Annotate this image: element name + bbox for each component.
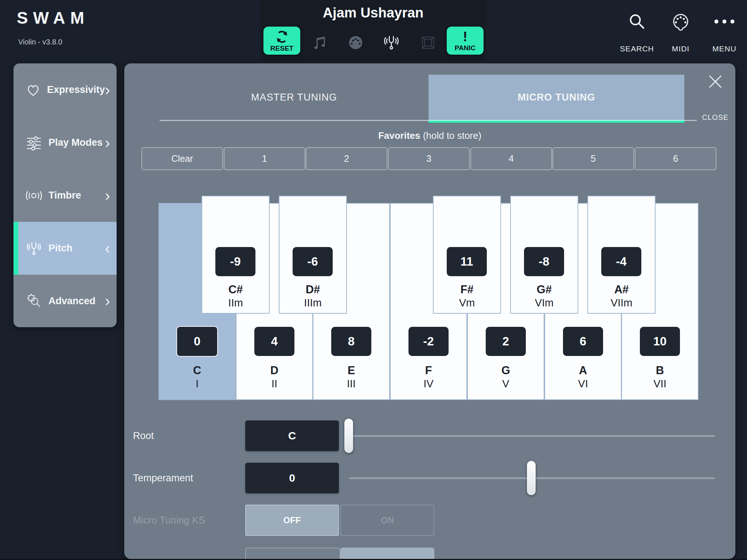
favorite-clear-button[interactable]: Clear <box>141 147 223 170</box>
tuning-value-badge: 2 <box>486 327 526 356</box>
favorite-label: 4 <box>509 153 514 164</box>
scale-degree: VI <box>545 378 621 390</box>
tuning-value-badge: -8 <box>524 247 564 276</box>
key-G-sharp[interactable]: -8 G# VIm <box>510 196 578 314</box>
panic-button[interactable]: ! PANIC <box>447 27 484 55</box>
favorite-1-button[interactable]: 1 <box>224 147 305 170</box>
pitch-tuning-panel: MASTER TUNING MICRO TUNING CLOSE Favorit… <box>124 63 735 559</box>
sidebar-label: Pitch <box>48 243 105 254</box>
key-C-sharp[interactable]: -9 C# IIm <box>202 196 270 314</box>
sidebar-label: Expressivity <box>47 84 105 95</box>
favorite-label: 5 <box>591 153 596 164</box>
note-name: G# <box>511 283 578 296</box>
favorite-5-button[interactable]: 5 <box>552 147 634 170</box>
note-name: A <box>545 364 621 377</box>
tuning-value-badge: 4 <box>254 327 294 356</box>
note-name: E <box>313 364 389 377</box>
favorites-title: Favorites (hold to store) <box>124 130 735 141</box>
tuning-fork-icon <box>23 240 45 257</box>
chevron-left-icon: ‹ <box>105 241 110 256</box>
sidebar-label: Timbre <box>48 190 105 201</box>
reset-button[interactable]: RESET <box>263 27 300 55</box>
chevron-right-icon: › <box>105 188 110 203</box>
midi-mapping-icon[interactable] <box>345 32 366 53</box>
temperament-value-box[interactable]: 0 <box>245 463 339 493</box>
scale-degree: III <box>313 378 389 390</box>
favorite-4-button[interactable]: 4 <box>470 147 552 170</box>
scale-degree: V <box>468 378 544 390</box>
tuning-fork-icon[interactable] <box>381 32 402 53</box>
sidebar: Expressivity › Play Modes › <box>13 63 117 327</box>
favorite-3-button[interactable]: 3 <box>388 147 470 170</box>
favorites-title-bold: Favorites <box>378 130 421 141</box>
root-value-box[interactable]: C <box>245 420 339 451</box>
panic-button-label: PANIC <box>455 44 476 51</box>
notes-page-icon[interactable] <box>309 32 330 53</box>
sidebar-item-play-modes[interactable]: Play Modes › <box>13 116 117 169</box>
search-button[interactable]: SEARCH <box>615 12 659 54</box>
sidebar-item-advanced[interactable]: Advanced › <box>13 275 117 327</box>
note-name: D# <box>279 283 346 296</box>
midi-din-icon <box>671 12 691 31</box>
sidebar-item-timbre[interactable]: Timbre › <box>13 169 117 222</box>
tuning-value-badge: 10 <box>640 327 680 356</box>
gear-magnifier-icon <box>23 292 45 310</box>
note-name: D <box>236 364 312 377</box>
tuning-value-badge: 6 <box>563 327 603 356</box>
menu-label: MENU <box>712 44 736 54</box>
midi-button[interactable]: MIDI <box>659 12 703 54</box>
favorites-hint: (hold to store) <box>420 130 481 141</box>
favorite-2-button[interactable]: 2 <box>306 147 387 170</box>
scale-degree: IIm <box>202 297 269 309</box>
resonance-icon <box>23 188 45 204</box>
chevron-right-icon: › <box>105 293 110 309</box>
chevron-right-icon: › <box>105 135 110 150</box>
search-icon <box>627 12 647 31</box>
tuning-value-badge: -6 <box>293 247 333 276</box>
temperament-slider-handle[interactable] <box>527 461 536 495</box>
menu-button[interactable]: MENU <box>703 12 746 54</box>
micro-tuning-ks-off-button[interactable]: OFF <box>245 505 339 536</box>
root-slider-track[interactable] <box>349 435 715 437</box>
close-button[interactable]: CLOSE <box>697 73 734 123</box>
tab-micro-tuning[interactable]: MICRO TUNING <box>429 75 684 123</box>
tab-label: MASTER TUNING <box>251 92 337 103</box>
preset-title: Ajam Ushayran <box>282 5 464 21</box>
key-F-sharp[interactable]: 11 F# Vm <box>433 196 501 314</box>
root-slider-handle[interactable] <box>344 419 353 453</box>
micro-tuning-ks-label: Micro Tuning KS <box>133 515 242 526</box>
scale-degree: II <box>236 378 312 390</box>
note-name: F# <box>434 283 500 296</box>
tab-underline <box>160 120 697 121</box>
tuning-value-badge: -4 <box>601 247 641 276</box>
sidebar-item-expressivity[interactable]: Expressivity › <box>13 63 117 116</box>
micro-tuning-ks-on-button[interactable]: ON <box>340 505 434 536</box>
ellipsis-icon <box>713 12 736 26</box>
note-name: C <box>159 364 235 377</box>
sidebar-label: Advanced <box>48 295 105 307</box>
favorite-6-button[interactable]: 6 <box>635 147 716 170</box>
clipped-toggle-right-button[interactable] <box>340 548 434 559</box>
tab-master-tuning[interactable]: MASTER TUNING <box>160 75 429 120</box>
scale-degree: Vm <box>434 297 500 309</box>
stage-frame-icon[interactable] <box>418 32 439 53</box>
scale-degree: IV <box>391 378 466 390</box>
note-name: F <box>391 364 466 377</box>
key-D-sharp[interactable]: -6 D# IIIm <box>279 196 347 314</box>
note-name: B <box>622 364 698 377</box>
tab-label: MICRO TUNING <box>518 92 595 103</box>
temperament-label: Temperament <box>133 473 242 484</box>
sidebar-label: Play Modes <box>48 137 105 148</box>
micro-tuning-keyboard: 0 C I 4 D II 8 E III -2 F IV 2 G <box>159 196 699 400</box>
scale-degree: VII <box>622 378 698 390</box>
key-A-sharp[interactable]: -4 A# VIIm <box>587 196 656 314</box>
sidebar-item-pitch[interactable]: Pitch ‹ <box>13 222 117 275</box>
refresh-icon <box>275 30 289 44</box>
scale-degree: VIIm <box>588 297 655 309</box>
chevron-right-icon: › <box>105 82 110 98</box>
close-icon <box>707 73 724 90</box>
note-name: A# <box>588 283 655 296</box>
instrument-version-label: Violin - v3.8.0 <box>18 38 62 46</box>
root-label: Root <box>133 430 242 442</box>
clipped-toggle-left-button[interactable] <box>245 548 340 559</box>
